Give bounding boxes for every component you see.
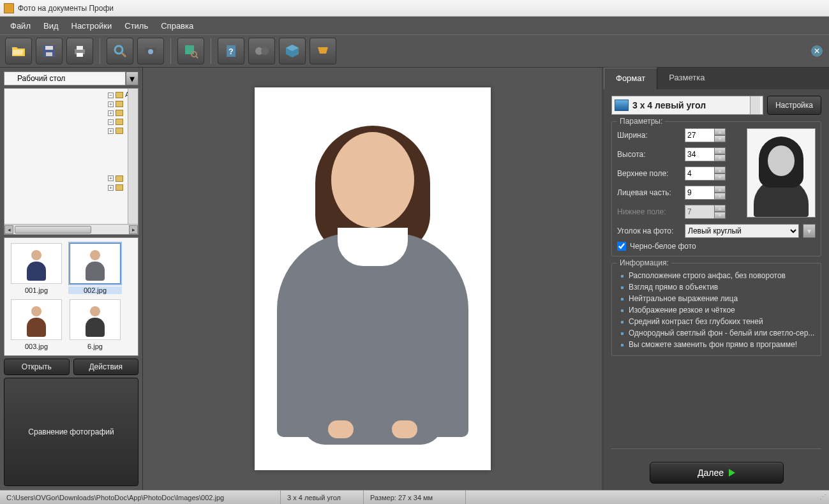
tree-hscroll[interactable]: ◂▸ bbox=[4, 224, 138, 234]
preset-label: 3 x 4 левый угол bbox=[632, 100, 750, 110]
statusbar: C:\Users\OVGor\Downloads\PhotoDoc\App\Ph… bbox=[0, 490, 829, 504]
preset-combo[interactable]: 3 x 4 левый угол ▾ bbox=[611, 96, 763, 115]
corner-select[interactable]: Левый круглый bbox=[685, 224, 799, 238]
info-item: Однородный светлый фон - белый или светл… bbox=[621, 327, 816, 339]
menubar: Файл Вид Настройки Стиль Справка bbox=[0, 17, 829, 34]
package-button[interactable] bbox=[279, 38, 306, 64]
location-input[interactable] bbox=[4, 71, 126, 85]
menu-settings[interactable]: Настройки bbox=[65, 19, 119, 33]
face-spinner[interactable]: ▲▼ bbox=[685, 186, 726, 200]
right-panel: Формат Разметка 3 x 4 левый угол ▾ Настр… bbox=[602, 68, 829, 490]
info-item: Изображение резкое и чёткое bbox=[621, 304, 816, 316]
height-label: Высота: bbox=[617, 150, 681, 159]
thumbnail-item[interactable]: 9.jpg bbox=[10, 355, 63, 356]
svg-line-12 bbox=[196, 56, 198, 58]
svg-point-17 bbox=[320, 55, 322, 57]
image-search-button[interactable] bbox=[177, 38, 204, 64]
height-spinner[interactable]: ▲▼ bbox=[685, 147, 726, 161]
close-panel-icon[interactable]: ✕ bbox=[811, 45, 823, 57]
main-photo[interactable] bbox=[255, 87, 491, 470]
configure-button[interactable]: Настройка bbox=[767, 96, 821, 115]
info-item: Расположение строго анфас, без поворотов bbox=[621, 270, 816, 281]
params-title: Параметры: bbox=[617, 117, 665, 126]
video-button[interactable] bbox=[248, 38, 275, 64]
params-group: Параметры: Ширина: ▲▼ Высота: ▲▼ Верхнее… bbox=[611, 121, 821, 256]
titlebar: Фото на документы Профи bbox=[0, 0, 829, 17]
camera-button[interactable] bbox=[137, 38, 164, 64]
canvas bbox=[143, 68, 602, 490]
bottom-spinner: ▲▼ bbox=[685, 205, 726, 219]
face-input[interactable] bbox=[685, 186, 714, 200]
print-button[interactable] bbox=[66, 38, 93, 64]
status-size: Размер: 27 x 34 мм bbox=[364, 491, 466, 504]
tab-markup[interactable]: Разметка bbox=[657, 68, 716, 89]
top-label: Верхнее поле: bbox=[617, 169, 681, 178]
thumbnail-label: 003.jpg bbox=[10, 343, 63, 350]
actions-button[interactable]: Действия bbox=[73, 359, 139, 375]
info-item: Нейтральное выражение лица bbox=[621, 293, 816, 304]
svg-point-9 bbox=[148, 49, 153, 54]
svg-point-16 bbox=[261, 47, 269, 55]
status-preset: 3 x 4 левый угол bbox=[281, 491, 364, 504]
next-button[interactable]: Далее bbox=[650, 462, 784, 484]
thumbnail-label: 002.jpg bbox=[68, 286, 122, 294]
info-title: Информация: bbox=[617, 258, 671, 267]
svg-rect-2 bbox=[46, 52, 52, 56]
face-label: Лицевая часть: bbox=[617, 188, 681, 197]
tab-format[interactable]: Формат bbox=[604, 68, 657, 89]
height-input[interactable] bbox=[685, 147, 714, 161]
bottom-label: Нижнее поле: bbox=[617, 207, 681, 216]
open-button[interactable]: Открыть bbox=[4, 359, 70, 375]
menu-style[interactable]: Стиль bbox=[118, 19, 154, 33]
info-item: Вы сможете заменить фон прямо в программ… bbox=[621, 339, 816, 350]
thumbnail-item[interactable]: 003.jpg bbox=[10, 299, 63, 350]
menu-view[interactable]: Вид bbox=[37, 19, 65, 33]
bottom-input bbox=[685, 205, 714, 219]
window-title: Фото на документы Профи bbox=[18, 4, 114, 13]
menu-file[interactable]: Файл bbox=[4, 19, 37, 33]
zoom-button[interactable] bbox=[107, 38, 133, 64]
location-combo[interactable]: ▾ bbox=[4, 71, 138, 85]
corner-dropdown[interactable]: ▾ bbox=[803, 224, 816, 238]
width-spinner[interactable]: ▲▼ bbox=[685, 128, 726, 142]
svg-point-18 bbox=[325, 55, 327, 57]
preset-icon bbox=[615, 100, 629, 111]
thumbnail-label: 001.jpg bbox=[10, 286, 63, 294]
top-input[interactable] bbox=[685, 167, 714, 181]
thumbnail-item[interactable]: 002.jpg bbox=[68, 243, 122, 294]
info-item: Взгляд прямо в объектив bbox=[621, 281, 816, 293]
left-panel: ▾ −Ар + + − + + + ◂▸ 001.jpg002.jpg003.j… bbox=[0, 68, 143, 490]
cart-button[interactable] bbox=[310, 38, 336, 64]
top-spinner[interactable]: ▲▼ bbox=[685, 167, 726, 181]
thumbnail-label: 6.jpg bbox=[68, 343, 122, 350]
bw-checkbox[interactable] bbox=[617, 242, 626, 251]
thumbnail-list: 001.jpg002.jpg003.jpg6.jpg9.jpg bbox=[4, 237, 138, 356]
svg-rect-4 bbox=[77, 46, 83, 50]
preset-dropdown[interactable]: ▾ bbox=[750, 96, 760, 114]
tree-vscroll[interactable] bbox=[128, 89, 138, 224]
help-button[interactable]: ? bbox=[218, 38, 244, 64]
thumbnail-item[interactable]: 001.jpg bbox=[10, 243, 63, 294]
svg-point-6 bbox=[115, 46, 123, 54]
svg-rect-5 bbox=[77, 53, 83, 57]
toolbar: ? ✕ bbox=[0, 34, 829, 68]
arrow-right-icon bbox=[729, 469, 735, 477]
menu-help[interactable]: Справка bbox=[154, 19, 200, 33]
svg-rect-1 bbox=[45, 46, 53, 50]
location-dropdown[interactable]: ▾ bbox=[126, 71, 138, 85]
resize-grip-icon[interactable]: ⋰ bbox=[819, 493, 829, 501]
width-input[interactable] bbox=[685, 128, 714, 142]
format-preview bbox=[747, 128, 816, 218]
folder-tree[interactable]: −Ар + + − + + + ◂▸ bbox=[4, 88, 138, 235]
thumbnail-item[interactable]: 6.jpg bbox=[68, 299, 122, 350]
info-item: Средний контраст без глубоких теней bbox=[621, 316, 816, 327]
open-folder-button[interactable] bbox=[5, 38, 32, 64]
bw-label: Черно-белое фото bbox=[630, 242, 696, 251]
info-group: Информация: Расположение строго анфас, б… bbox=[611, 263, 821, 356]
svg-text:?: ? bbox=[228, 47, 233, 56]
svg-rect-10 bbox=[185, 45, 194, 54]
corner-label: Уголок на фото: bbox=[617, 226, 681, 235]
compare-button[interactable]: Сравнение фотографий bbox=[4, 378, 138, 486]
svg-line-7 bbox=[122, 53, 126, 57]
save-button[interactable] bbox=[36, 38, 63, 64]
